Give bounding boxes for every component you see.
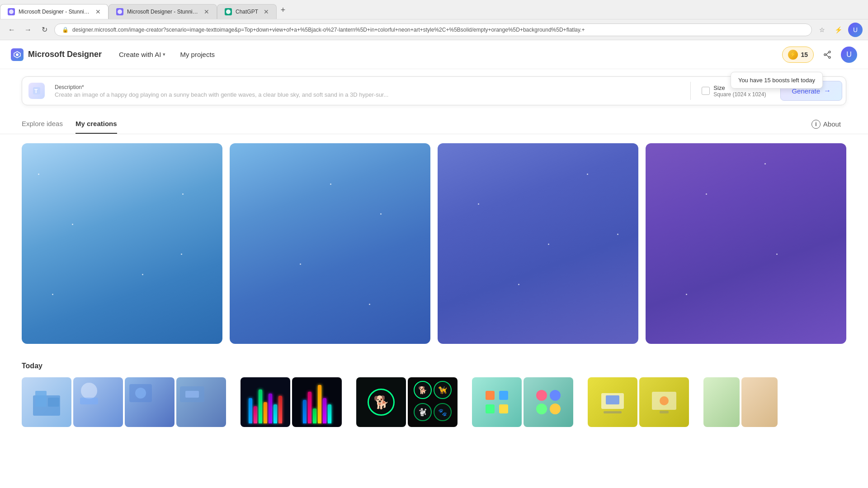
svg-point-28 — [550, 404, 561, 414]
thumb-gap-2 — [345, 377, 353, 427]
svg-rect-16 — [80, 398, 98, 404]
size-checkbox[interactable] — [702, 87, 710, 95]
tab-close-1[interactable]: ✕ — [95, 8, 101, 15]
navbar-right: ⚡ 15 U — [782, 47, 857, 63]
svg-point-4 — [16, 53, 19, 56]
thumb-office-3[interactable] — [125, 377, 175, 427]
thumb-tech-2[interactable] — [639, 377, 689, 427]
brand-icon — [11, 48, 24, 61]
sparkle — [518, 284, 519, 285]
svg-point-1 — [118, 9, 122, 14]
tab-close-3[interactable]: ✕ — [264, 8, 269, 15]
boost-tooltip-text: You have 15 boosts left today — [738, 77, 815, 84]
content-tabs: Explore ideas My creations i About — [0, 113, 868, 134]
office-thumb-group — [22, 377, 226, 427]
boost-badge[interactable]: ⚡ 15 — [782, 47, 814, 63]
today-label: Today — [22, 362, 846, 370]
dog-icon-1: 🐕 — [368, 389, 395, 416]
thumb-office-2[interactable] — [73, 377, 123, 427]
tab-2[interactable]: Microsoft Designer - Stunning ✕ — [108, 4, 217, 19]
sparkle — [369, 304, 370, 305]
dog-icon-2a: 🐕 — [414, 381, 432, 399]
size-value: Square (1024 x 1024) — [713, 91, 766, 98]
sparkle — [182, 193, 184, 195]
url-bar[interactable]: 🔒 designer.microsoft.com/image-creator?s… — [54, 23, 812, 36]
thumb-office-4[interactable] — [176, 377, 226, 427]
sparkle — [300, 263, 301, 265]
tab-1[interactable]: Microsoft Designer - Stunning ✕ — [0, 4, 108, 19]
thumb-extra-2[interactable] — [741, 377, 778, 427]
svg-point-0 — [9, 9, 14, 14]
svg-point-5 — [829, 51, 830, 53]
desc-icon-area: T — [22, 83, 51, 99]
svg-point-7 — [824, 54, 826, 56]
new-tab-button[interactable]: + — [277, 4, 289, 16]
dog-icon-2d: 🐾 — [434, 403, 452, 421]
nav-items: Create with AI ▾ My projects — [113, 47, 221, 62]
loading-card-1[interactable] — [22, 143, 222, 344]
thumb-neon-2[interactable] — [292, 377, 342, 427]
loading-card-3[interactable] — [438, 143, 638, 344]
about-button[interactable]: i About — [806, 116, 846, 132]
tab-title-3: ChatGPT — [236, 9, 258, 15]
tab-my-creations[interactable]: My creations — [75, 114, 117, 134]
sparkle — [142, 274, 143, 275]
loading-section — [0, 134, 868, 353]
sparkle — [380, 213, 382, 215]
svg-line-8 — [826, 52, 829, 55]
tab-close-2[interactable]: ✕ — [204, 8, 209, 15]
svg-point-6 — [829, 56, 830, 58]
my-projects-nav[interactable]: My projects — [174, 47, 221, 62]
loading-card-4[interactable] — [646, 143, 846, 344]
thumb-gap-3 — [461, 377, 468, 427]
svg-point-34 — [660, 396, 669, 405]
tab-3[interactable]: ChatGPT ✕ — [217, 4, 277, 19]
svg-rect-30 — [604, 411, 622, 413]
thumb-colorful-2[interactable] — [524, 377, 573, 427]
thumb-tech-1[interactable] — [588, 377, 637, 427]
svg-point-15 — [81, 383, 97, 399]
tab-explore-ideas[interactable]: Explore ideas — [22, 114, 63, 134]
thumb-extra-1[interactable] — [703, 377, 740, 427]
browser-profile[interactable]: U — [848, 23, 863, 37]
tech-thumb-group — [588, 377, 689, 427]
sparkle — [617, 234, 618, 235]
description-input-area[interactable]: Description* Create an image of a happy … — [51, 84, 690, 98]
thumb-dog-1[interactable]: 🐕 — [356, 377, 406, 427]
description-bar: T Description* Create an image of a happ… — [22, 76, 846, 105]
thumb-office-1[interactable] — [22, 377, 71, 427]
create-with-ai-nav[interactable]: Create with AI ▾ — [113, 47, 172, 62]
svg-rect-24 — [499, 404, 508, 413]
create-ai-chevron: ▾ — [163, 52, 165, 57]
dog-icon-2b: 🦮 — [434, 381, 452, 399]
neon-chart-1 — [241, 377, 290, 427]
loading-card-2[interactable] — [230, 143, 430, 344]
about-label: About — [823, 120, 841, 128]
generate-arrow-icon: → — [824, 87, 831, 95]
url-text: designer.microsoft.com/image-creator?sce… — [72, 27, 585, 33]
svg-text:T: T — [34, 88, 38, 94]
reload-button[interactable]: ↻ — [38, 23, 51, 36]
browser-chrome: Microsoft Designer - Stunning ✕ Microsof… — [0, 0, 868, 40]
tab-favicon-3 — [225, 8, 232, 15]
boost-tooltip: You have 15 boosts left today — [731, 72, 823, 89]
loading-grid — [22, 143, 846, 344]
sparkle — [776, 253, 778, 255]
thumb-neon-1[interactable] — [241, 377, 290, 427]
bookmark-icon[interactable]: ☆ — [816, 23, 828, 36]
share-icon-button[interactable] — [819, 47, 835, 63]
user-avatar[interactable]: U — [841, 47, 857, 63]
extra-thumb-group — [703, 377, 778, 427]
thumb-colorful-1[interactable] — [472, 377, 522, 427]
extensions-icon[interactable]: ⚡ — [832, 23, 844, 36]
tab-favicon-2 — [116, 8, 123, 15]
forward-button[interactable]: → — [22, 23, 34, 36]
sparkle — [686, 294, 687, 295]
dog-thumb-group: 🐕 🐕 🦮 🐩 🐾 — [356, 377, 458, 427]
boost-count: 15 — [801, 51, 808, 58]
brand: Microsoft Designer — [11, 48, 102, 61]
svg-point-18 — [135, 388, 146, 399]
thumb-dog-2[interactable]: 🐕 🦮 🐩 🐾 — [408, 377, 458, 427]
back-button[interactable]: ← — [5, 23, 18, 36]
svg-rect-13 — [35, 391, 47, 407]
